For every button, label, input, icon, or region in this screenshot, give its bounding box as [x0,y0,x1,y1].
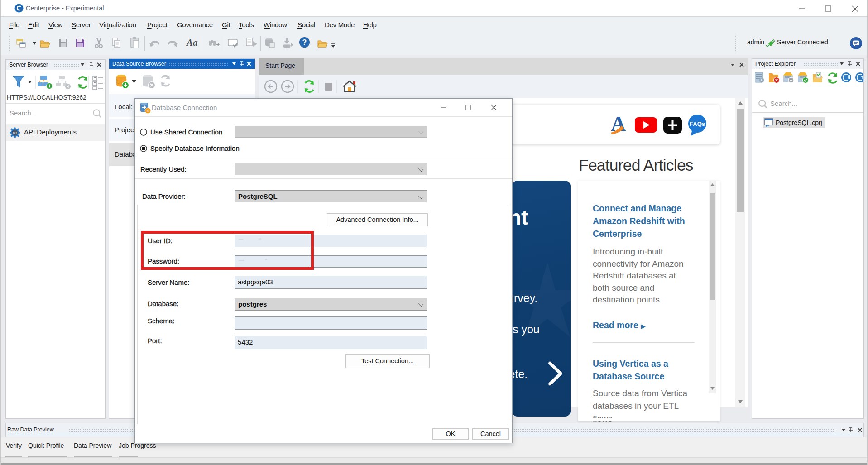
svg-text:API: API [13,131,17,134]
svg-text:FAQs: FAQs [690,120,705,127]
svg-text:?: ? [302,38,307,46]
